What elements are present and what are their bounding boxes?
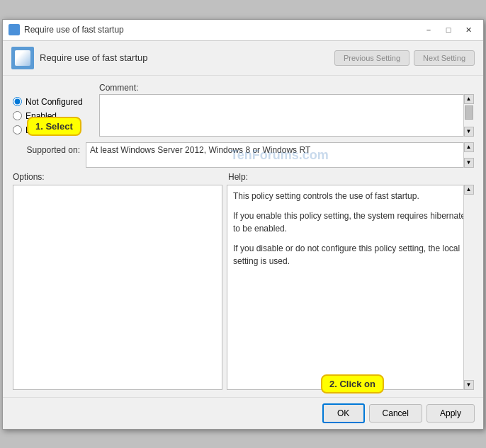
- help-label: Help:: [228, 172, 248, 182]
- supported-scrollbar[interactable]: ▲ ▼: [463, 142, 473, 168]
- content-area: Not Configured Enabled 1. Select Disable…: [3, 76, 483, 397]
- scroll-up-arrow[interactable]: ▲: [464, 94, 474, 104]
- supported-box: At least Windows Server 2012, Windows 8 …: [86, 142, 473, 168]
- help-para-2: If you enable this policy setting, the s…: [233, 209, 467, 235]
- boxes-row: This policy setting controls the use of …: [13, 185, 473, 390]
- supported-scroll-up[interactable]: ▲: [464, 142, 474, 152]
- header-title: Require use of fast startup: [40, 52, 147, 63]
- policy-icon-inner: [15, 50, 30, 66]
- comment-section: Comment: ▲ ▼: [99, 83, 473, 137]
- maximize-button[interactable]: □: [439, 22, 458, 38]
- titlebar-title: Require use of fast startup: [24, 25, 124, 35]
- titlebar: Require use of fast startup − □ ✕: [3, 20, 483, 41]
- callout-2-bubble: 2. Click on: [321, 374, 384, 394]
- not-configured-radio[interactable]: [13, 97, 22, 106]
- radio-group: Not Configured Enabled 1. Select Disable…: [13, 83, 91, 137]
- disabled-radio[interactable]: [13, 125, 22, 134]
- prev-setting-button[interactable]: Previous Setting: [334, 50, 409, 66]
- options-help-labels: Options: Help:: [13, 172, 473, 182]
- help-box: This policy setting controls the use of …: [227, 185, 473, 390]
- enabled-option[interactable]: Enabled 1. Select: [13, 111, 91, 121]
- help-scroll-up[interactable]: ▲: [464, 185, 474, 195]
- supported-label: Supported on:: [13, 142, 80, 155]
- comment-scrollbar[interactable]: ▲ ▼: [463, 94, 473, 137]
- policy-icon: [11, 47, 34, 69]
- main-window: Require use of fast startup − □ ✕ Requir…: [2, 19, 484, 430]
- header-bar: Require use of fast startup Previous Set…: [3, 41, 483, 76]
- top-section: Not Configured Enabled 1. Select Disable…: [13, 83, 473, 137]
- help-wrapper: This policy setting controls the use of …: [227, 185, 473, 390]
- header-buttons: Previous Setting Next Setting: [334, 50, 475, 66]
- help-text: This policy setting controls the use of …: [233, 190, 467, 268]
- titlebar-controls: − □ ✕: [419, 22, 477, 38]
- options-box: [13, 185, 222, 390]
- cancel-button[interactable]: Cancel: [369, 404, 422, 423]
- supported-section: Supported on: At least Windows Server 20…: [13, 142, 473, 168]
- not-configured-option[interactable]: Not Configured: [13, 97, 91, 107]
- help-scrollbar[interactable]: ▲ ▼: [463, 185, 473, 390]
- comment-textarea[interactable]: [99, 94, 473, 137]
- scroll-down-arrow[interactable]: ▼: [464, 127, 474, 137]
- footer: 2. Click on OK Cancel Apply: [3, 397, 483, 429]
- help-para-1: This policy setting controls the use of …: [233, 190, 467, 202]
- enabled-radio[interactable]: [13, 111, 22, 120]
- window-icon: [9, 24, 20, 35]
- supported-wrapper: At least Windows Server 2012, Windows 8 …: [86, 142, 473, 168]
- help-para-3: If you disable or do not configure this …: [233, 242, 467, 268]
- callout-1-bubble: 1. Select: [27, 117, 81, 136]
- comment-wrapper: ▲ ▼: [99, 94, 473, 137]
- ok-button[interactable]: OK: [322, 403, 365, 423]
- apply-button[interactable]: Apply: [426, 404, 475, 423]
- options-label: Options:: [13, 172, 228, 182]
- not-configured-label: Not Configured: [26, 97, 83, 107]
- header-left: Require use of fast startup: [11, 47, 147, 69]
- scroll-thumb[interactable]: [465, 105, 473, 120]
- comment-label: Comment:: [99, 83, 473, 93]
- supported-scroll-down[interactable]: ▼: [464, 158, 474, 168]
- supported-value: At least Windows Server 2012, Windows 8 …: [90, 145, 310, 155]
- minimize-button[interactable]: −: [419, 22, 438, 38]
- close-button[interactable]: ✕: [459, 22, 477, 38]
- next-setting-button[interactable]: Next Setting: [414, 50, 475, 66]
- titlebar-left: Require use of fast startup: [9, 24, 124, 35]
- help-scroll-down[interactable]: ▼: [464, 380, 474, 390]
